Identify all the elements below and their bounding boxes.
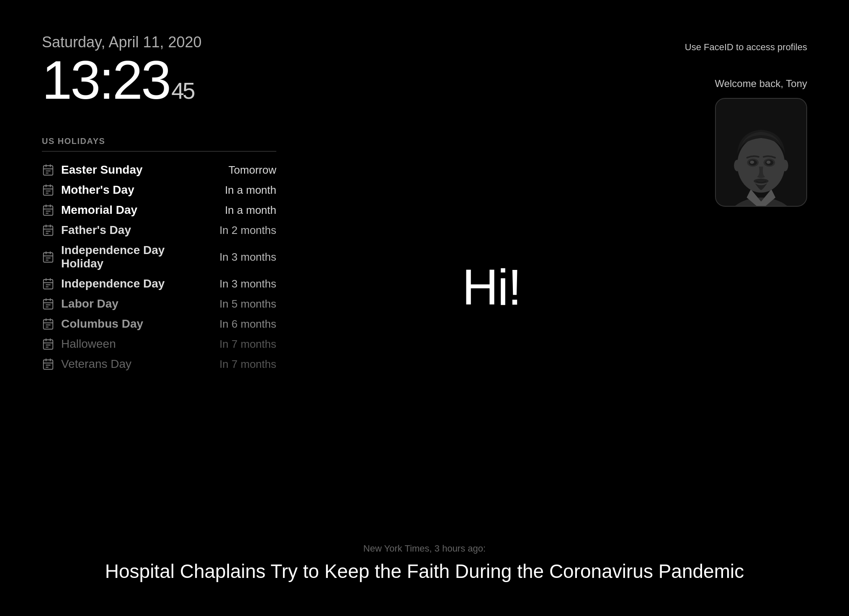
- holiday-item: HalloweenIn 7 months: [42, 334, 276, 354]
- holiday-time: In 2 months: [209, 224, 276, 237]
- calendar-icon: [42, 224, 54, 236]
- holiday-name: Halloween: [61, 337, 116, 351]
- calendar-icon: [42, 184, 54, 196]
- svg-point-71: [734, 160, 741, 171]
- svg-rect-6: [44, 186, 53, 195]
- holiday-left: Mother's Day: [42, 183, 134, 197]
- holiday-name: Easter Sunday: [61, 163, 143, 177]
- holiday-list: Easter SundayTomorrow Mother's DayIn a m…: [42, 160, 276, 374]
- news-source: New York Times, 3 hours ago:: [42, 543, 807, 554]
- time-main: 13:23: [42, 53, 170, 107]
- holiday-name: Veterans Day: [61, 357, 131, 371]
- svg-rect-24: [44, 253, 53, 262]
- svg-rect-36: [44, 300, 53, 309]
- holiday-left: Father's Day: [42, 223, 131, 237]
- holiday-time: In 3 months: [209, 277, 276, 290]
- holiday-time: In a month: [209, 204, 276, 217]
- holiday-item: Independence DayIn 3 months: [42, 274, 276, 294]
- time-display: 13:23 45: [42, 53, 335, 107]
- svg-rect-18: [44, 226, 53, 236]
- calendar-icon: [42, 358, 54, 370]
- holiday-name: Columbus Day: [61, 317, 143, 331]
- holiday-item: Labor DayIn 5 months: [42, 294, 276, 314]
- holiday-left: Halloween: [42, 337, 116, 351]
- welcome-label: Welcome back, Tony: [715, 78, 807, 90]
- svg-rect-48: [44, 340, 53, 349]
- holiday-time: Tomorrow: [209, 164, 276, 177]
- calendar-icon: [42, 298, 54, 310]
- svg-point-63: [737, 137, 785, 193]
- holiday-left: Columbus Day: [42, 317, 143, 331]
- holiday-left: Memorial Day: [42, 203, 137, 217]
- svg-point-68: [750, 161, 754, 164]
- calendar-icon: [42, 338, 54, 350]
- holiday-time: In 7 months: [209, 338, 276, 351]
- calendar-icon: [42, 164, 54, 176]
- right-column: Use FaceID to access profiles Welcome ba…: [648, 33, 807, 583]
- holiday-left: Independence Day Holiday: [42, 244, 209, 270]
- avatar: [715, 98, 807, 207]
- holiday-name: Father's Day: [61, 223, 131, 237]
- holiday-name: Memorial Day: [61, 203, 137, 217]
- holiday-left: Labor Day: [42, 297, 118, 311]
- holiday-item: Memorial DayIn a month: [42, 200, 276, 220]
- calendar-icon: [42, 251, 54, 263]
- holidays-section: US HOLIDAYS Easter SundayTomorrow Mother…: [42, 136, 335, 374]
- holiday-item: Easter SundayTomorrow: [42, 160, 276, 180]
- holiday-item: Father's DayIn 2 months: [42, 220, 276, 240]
- calendar-icon: [42, 204, 54, 216]
- avatar-image: [716, 98, 806, 207]
- svg-rect-30: [44, 280, 53, 289]
- holiday-time: In 5 months: [209, 298, 276, 311]
- holiday-name: Independence Day: [61, 277, 165, 290]
- holiday-time: In 6 months: [209, 318, 276, 331]
- news-headline[interactable]: Hospital Chaplains Try to Keep the Faith…: [42, 560, 807, 583]
- faceid-label[interactable]: Use FaceID to access profiles: [685, 42, 807, 53]
- holidays-header: US HOLIDAYS: [42, 136, 276, 151]
- holiday-name: Mother's Day: [61, 183, 134, 197]
- holiday-item: Independence Day HolidayIn 3 months: [42, 240, 276, 274]
- holiday-item: Columbus DayIn 6 months: [42, 314, 276, 334]
- calendar-icon: [42, 277, 54, 290]
- holiday-item: Mother's DayIn a month: [42, 180, 276, 200]
- svg-rect-42: [44, 320, 53, 329]
- main-layout: Saturday, April 11, 2020 13:23 45 US HOL…: [0, 0, 849, 616]
- holiday-left: Veterans Day: [42, 357, 131, 371]
- center-column: Hi!: [335, 33, 648, 583]
- holiday-item: Veterans DayIn 7 months: [42, 354, 276, 374]
- svg-rect-54: [44, 360, 53, 370]
- calendar-icon: [42, 318, 54, 330]
- time-seconds: 45: [171, 80, 193, 103]
- holiday-time: In 7 months: [209, 358, 276, 371]
- svg-rect-0: [44, 166, 53, 175]
- holiday-name: Labor Day: [61, 297, 118, 311]
- holiday-name: Independence Day Holiday: [61, 244, 209, 270]
- svg-rect-12: [44, 206, 53, 216]
- date-label: Saturday, April 11, 2020: [42, 33, 335, 51]
- holiday-time: In 3 months: [209, 251, 276, 264]
- svg-point-69: [767, 161, 771, 164]
- holiday-left: Independence Day: [42, 277, 165, 290]
- holiday-time: In a month: [209, 184, 276, 197]
- greeting-text: Hi!: [462, 258, 521, 316]
- holiday-left: Easter Sunday: [42, 163, 143, 177]
- left-column: Saturday, April 11, 2020 13:23 45 US HOL…: [42, 33, 335, 583]
- news-footer: New York Times, 3 hours ago: Hospital Ch…: [0, 543, 849, 583]
- svg-point-72: [782, 160, 788, 171]
